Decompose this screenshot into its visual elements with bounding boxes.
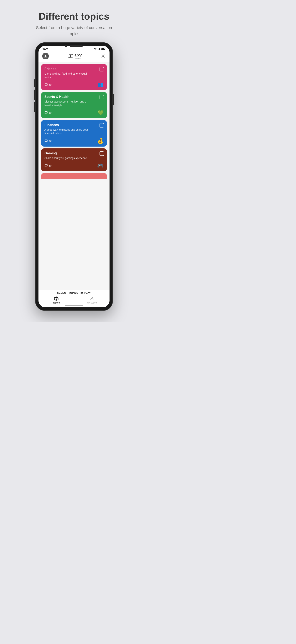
sports-count: 50	[44, 111, 52, 114]
bottom-nav: SELECT TOPICS TO PLAY Topics	[38, 290, 110, 308]
phone-notch	[35, 44, 113, 49]
nav-tabs: Topics My Space	[38, 295, 110, 305]
app-header: T alky games	[38, 51, 110, 62]
page-header: Different topics Select from a huge vari…	[28, 0, 120, 42]
chat-count-icon-finances	[44, 139, 48, 142]
svg-point-10	[102, 56, 104, 57]
gaming-footer: 30 🎮	[44, 162, 104, 168]
logo-cards-icon: T	[68, 54, 74, 59]
nav-tab-myspace[interactable]: My Space	[74, 296, 110, 304]
phone-screen: 9:00	[38, 46, 110, 308]
app-logo: T alky games	[68, 53, 82, 59]
sports-title: Sports & Health	[44, 95, 104, 99]
svg-rect-0	[98, 49, 98, 50]
earpiece-speaker	[70, 45, 83, 47]
finances-description: A good way to discuss and share your fin…	[44, 128, 89, 135]
chat-count-icon-gaming	[44, 164, 48, 167]
finances-footer: 50 💰	[44, 138, 104, 144]
friends-checkbox[interactable]	[100, 67, 104, 72]
topic-card-partial	[41, 173, 107, 179]
logo-games-text: games	[76, 57, 80, 59]
chat-count-icon-sports	[44, 111, 48, 114]
svg-point-6	[45, 55, 46, 56]
sports-icon: 💚	[98, 110, 104, 116]
gaming-description: Share about your gaming experience	[44, 156, 89, 160]
gaming-icon: 🎮	[97, 162, 104, 168]
topics-tab-label: Topics	[53, 302, 60, 304]
front-camera	[65, 45, 67, 47]
page-subtitle: Select from a huge variety of conversati…	[35, 24, 113, 37]
gaming-checkbox[interactable]	[100, 152, 104, 156]
finances-checkbox[interactable]	[100, 123, 104, 128]
friends-footer: 50 👥	[44, 82, 104, 88]
volume-down-button	[34, 102, 35, 112]
topic-card-friends[interactable]: Friends Life, travelling, food and other…	[41, 64, 107, 90]
myspace-tab-icon	[89, 296, 94, 301]
finances-icon: 💰	[97, 138, 104, 144]
nav-cta[interactable]: SELECT TOPICS TO PLAY	[38, 292, 110, 294]
topic-card-sports[interactable]: Sports & Health Discuss about sports, nu…	[41, 92, 107, 118]
home-indicator	[65, 306, 83, 306]
logo-text: alky	[74, 53, 82, 57]
finances-title: Finances	[44, 123, 104, 127]
power-button	[113, 94, 114, 105]
sports-checkbox[interactable]	[100, 95, 104, 100]
gaming-title: Gaming	[44, 152, 104, 155]
friends-description: Life, travelling, food and other casual …	[44, 72, 89, 79]
user-avatar[interactable]	[42, 53, 49, 60]
chat-count-icon	[44, 83, 48, 86]
sports-footer: 50 💚	[44, 110, 104, 116]
friends-count: 50	[44, 83, 52, 86]
phone-mockup: 9:00	[35, 42, 113, 311]
friends-icon: 👥	[98, 82, 104, 88]
svg-text:T: T	[70, 55, 71, 57]
volume-up-button	[34, 90, 35, 100]
friends-title: Friends	[44, 67, 104, 71]
nav-tab-topics[interactable]: Topics	[38, 296, 74, 304]
topics-list: Friends Life, travelling, food and other…	[38, 62, 110, 290]
sports-description: Discuss about sports, nutrition and a he…	[44, 100, 89, 107]
finances-count: 50	[44, 139, 52, 142]
topics-tab-icon	[54, 296, 59, 301]
volume-silent-button	[34, 80, 35, 87]
myspace-tab-label: My Space	[87, 302, 96, 304]
topic-card-finances[interactable]: Finances A good way to discuss and share…	[41, 120, 107, 146]
svg-point-11	[91, 297, 93, 299]
settings-button[interactable]	[100, 53, 106, 59]
gaming-count: 30	[44, 164, 52, 167]
topic-card-gaming[interactable]: Gaming Share about your gaming experienc…	[41, 148, 107, 171]
page-title: Different topics	[35, 11, 113, 22]
